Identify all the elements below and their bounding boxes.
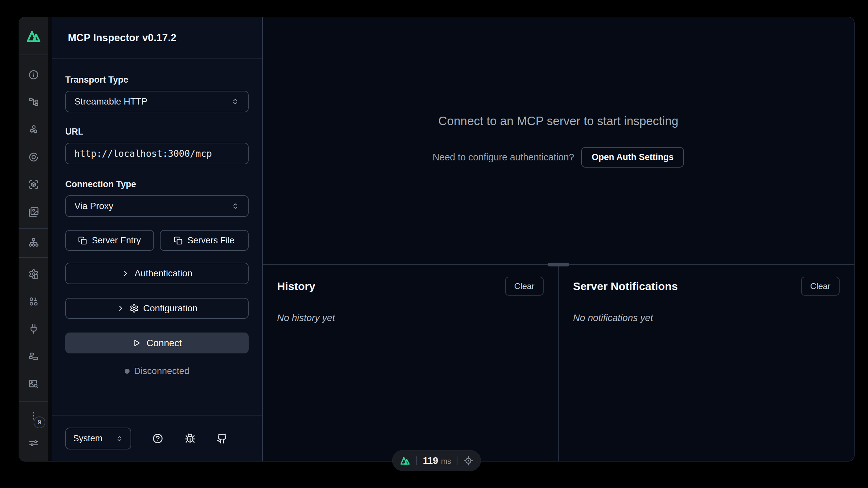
transport-type-select[interactable]: Streamable HTTP bbox=[65, 91, 249, 112]
copy-icon bbox=[174, 236, 183, 245]
sidebar-tab-group-top bbox=[26, 67, 41, 220]
notifications-title: Server Notifications bbox=[573, 280, 678, 293]
tree-icon bbox=[28, 97, 39, 108]
theme-select[interactable]: System bbox=[65, 428, 131, 450]
transport-type-value: Streamable HTTP bbox=[74, 96, 148, 107]
split-resize-handle[interactable] bbox=[548, 263, 569, 266]
panel-footer: System bbox=[52, 415, 262, 461]
locate-button[interactable] bbox=[463, 456, 473, 466]
help-button[interactable] bbox=[152, 433, 163, 444]
panel-header: MCP Inspector v0.17.2 bbox=[52, 17, 262, 59]
sidebar-tab-image-search[interactable] bbox=[26, 376, 41, 392]
locate-icon bbox=[463, 456, 473, 466]
app-logo bbox=[26, 28, 41, 44]
gear-code-icon bbox=[28, 269, 39, 279]
sidebar-divider bbox=[19, 257, 48, 258]
connect-label: Connect bbox=[147, 338, 182, 348]
plug-icon bbox=[28, 324, 39, 334]
sidebar-divider bbox=[19, 401, 48, 402]
notifications-header: Server Notifications Clear bbox=[573, 277, 840, 296]
history-pane: History Clear No history yet bbox=[263, 265, 558, 461]
history-title: History bbox=[277, 280, 315, 293]
configuration-toggle[interactable]: Configuration bbox=[65, 298, 249, 319]
latency-readout: 119 ms bbox=[423, 455, 451, 466]
connection-type-label: Connection Type bbox=[65, 179, 249, 190]
app-title: MCP Inspector v0.17.2 bbox=[68, 32, 177, 44]
notification-count-badge: 9 bbox=[34, 417, 45, 428]
cyclone-icon bbox=[28, 152, 39, 162]
empty-state-title: Connect to an MCP server to start inspec… bbox=[438, 114, 678, 128]
panel-body: Transport Type Streamable HTTP URL http:… bbox=[52, 59, 262, 415]
open-auth-settings-button[interactable]: Open Auth Settings bbox=[581, 147, 684, 168]
github-button[interactable] bbox=[217, 433, 227, 444]
sidebar-tab-blocks[interactable] bbox=[26, 348, 41, 364]
history-clear-button[interactable]: Clear bbox=[505, 277, 544, 296]
history-empty-text: No history yet bbox=[277, 313, 544, 323]
gear-icon bbox=[129, 304, 139, 313]
history-header: History Clear bbox=[277, 277, 544, 296]
sidebar-divider bbox=[19, 228, 48, 229]
server-entry-button[interactable]: Server Entry bbox=[65, 230, 154, 251]
sidebar-filters-button[interactable] bbox=[26, 435, 41, 451]
sidebar-tab-plug[interactable] bbox=[26, 321, 41, 337]
notifications-pane: Server Notifications Clear No notificati… bbox=[559, 265, 854, 461]
latency-status-pill: 119 ms bbox=[392, 450, 481, 471]
servers-file-button[interactable]: Servers File bbox=[160, 230, 249, 251]
connection-type-select[interactable]: Via Proxy bbox=[65, 195, 249, 217]
chevrons-up-down-icon bbox=[116, 435, 123, 442]
latency-value: 119 bbox=[423, 455, 438, 466]
sidebar-tab-info[interactable] bbox=[26, 67, 41, 83]
sidebar-more-button[interactable]: 9 bbox=[26, 408, 41, 424]
notifications-clear-button[interactable]: Clear bbox=[801, 277, 840, 296]
help-circle-icon bbox=[152, 433, 163, 444]
app-window: 9 MCP Inspector v0.17.2 Transport Type S… bbox=[19, 17, 855, 462]
pill-separator bbox=[416, 456, 417, 465]
image-search-icon bbox=[28, 379, 39, 389]
connection-config-panel: MCP Inspector v0.17.2 Transport Type Str… bbox=[52, 17, 263, 461]
github-icon bbox=[217, 433, 227, 444]
sidebar-tab-tree[interactable] bbox=[26, 94, 41, 110]
icon-sidebar: 9 bbox=[19, 17, 48, 461]
sidebar-tab-binary[interactable] bbox=[26, 294, 41, 309]
chevron-right-icon bbox=[121, 269, 130, 278]
chevrons-up-down-icon bbox=[231, 97, 240, 106]
mountain-logo-icon bbox=[26, 28, 41, 44]
configuration-label: Configuration bbox=[143, 303, 198, 314]
blocks-icon bbox=[28, 351, 39, 362]
connect-button[interactable]: Connect bbox=[65, 333, 249, 353]
images-icon bbox=[28, 207, 39, 217]
sidebar-tab-sitemap[interactable] bbox=[26, 235, 41, 251]
bug-icon bbox=[185, 433, 195, 444]
sidebar-tab-cube-scan[interactable] bbox=[26, 177, 41, 192]
server-entry-label: Server Entry bbox=[92, 235, 141, 246]
authentication-toggle[interactable]: Authentication bbox=[65, 263, 249, 284]
status-text: Disconnected bbox=[134, 366, 190, 376]
sidebar-divider bbox=[19, 55, 48, 55]
info-icon bbox=[28, 69, 39, 80]
box-scan-icon bbox=[28, 179, 39, 190]
transport-type-label: Transport Type bbox=[65, 75, 249, 85]
servers-file-label: Servers File bbox=[187, 235, 234, 246]
authentication-label: Authentication bbox=[134, 268, 192, 279]
auth-prompt-row: Need to configure authentication? Open A… bbox=[433, 147, 684, 168]
connection-status: Disconnected bbox=[65, 366, 249, 376]
notifications-empty-text: No notifications yet bbox=[573, 313, 840, 323]
sitemap-icon bbox=[28, 237, 39, 248]
url-label: URL bbox=[65, 127, 249, 137]
horizontal-split-divider bbox=[263, 264, 854, 265]
sliders-icon bbox=[28, 438, 39, 449]
empty-state: Connect to an MCP server to start inspec… bbox=[263, 17, 854, 264]
status-dot bbox=[125, 369, 129, 374]
sidebar-tab-images[interactable] bbox=[26, 204, 41, 220]
sidebar-tab-cyclone[interactable] bbox=[26, 149, 41, 165]
bottom-panes: History Clear No history yet Server Noti… bbox=[263, 265, 854, 461]
sidebar-tab-settings[interactable] bbox=[26, 266, 41, 282]
latency-unit: ms bbox=[441, 457, 451, 466]
footer-icons bbox=[131, 433, 249, 444]
binary-icon bbox=[28, 296, 39, 307]
chevrons-up-down-icon bbox=[231, 202, 240, 210]
url-input[interactable]: http://localhost:3000/mcp bbox=[65, 143, 249, 164]
sidebar-tab-hexagons[interactable] bbox=[26, 122, 41, 138]
auth-prompt-text: Need to configure authentication? bbox=[433, 152, 574, 163]
bug-report-button[interactable] bbox=[185, 433, 195, 444]
